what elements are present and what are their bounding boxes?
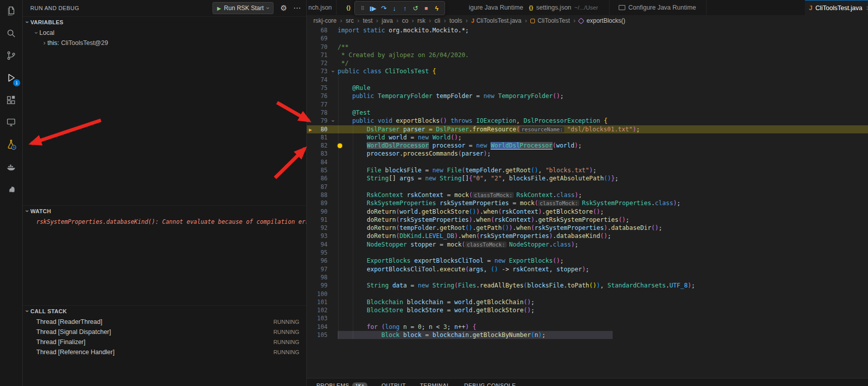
code-line[interactable]: 98 [306, 273, 868, 281]
line-number[interactable]: 89 [314, 199, 329, 207]
call-stack-header[interactable]: › CALL STACK [22, 305, 306, 317]
line-number[interactable]: 94 [314, 240, 329, 249]
code-line[interactable]: 101 Blockchain blockchain = world.getBlo… [306, 298, 868, 306]
fold-icon[interactable]: › [329, 70, 337, 74]
line-number[interactable]: 90 [314, 208, 329, 216]
code-line[interactable]: 87 [306, 183, 868, 191]
variables-scope-local[interactable]: › Local [22, 28, 306, 38]
code-line[interactable]: 93 doReturn(DbKind.LEVEL_DB).when(rskSys… [306, 232, 868, 240]
tab-configure-java-runtime-partial[interactable]: igure Java Runtime [467, 0, 528, 15]
code-line[interactable]: 86 String[] args = new String[]{"0", "2"… [306, 174, 868, 182]
breadcrumb-item[interactable]: tools [449, 17, 462, 24]
search-icon[interactable] [0, 22, 22, 44]
code-line[interactable]: 85 File blocksFile = new File(tempFolder… [306, 166, 868, 174]
line-number[interactable]: 75 [314, 84, 329, 92]
tab-launch-json[interactable]: nch.json [306, 0, 337, 15]
code-line[interactable]: 103 [306, 314, 868, 322]
code-line[interactable]: 90 doReturn(world.getBlockStore()).when(… [306, 208, 868, 216]
hot-code-replace-icon[interactable]: ϟ [431, 5, 442, 12]
code-editor[interactable]: 68import static org.mockito.Mockito.*;69… [306, 26, 868, 378]
breadcrumb-item[interactable]: cli [435, 17, 440, 24]
code-line[interactable]: 68import static org.mockito.Mockito.*; [306, 26, 868, 34]
line-number[interactable]: 71 [314, 51, 329, 59]
gradle-icon[interactable] [0, 178, 22, 200]
continue-icon[interactable]: ▶ [368, 5, 378, 12]
breadcrumb-item[interactable]: co [402, 17, 408, 24]
code-line[interactable]: 105 Block block = blockchain.getBlockByN… [306, 331, 868, 339]
call-stack-thread-row[interactable]: Thread [Signal Dispatcher]RUNNING [22, 327, 306, 337]
drag-handle-icon[interactable]: ⠿ [357, 6, 368, 11]
code-line[interactable]: 79› public void exportBlocks() throws IO… [306, 117, 868, 125]
remote-explorer-icon[interactable] [0, 111, 22, 133]
variable-this-row[interactable]: › this: CliToolsTest@29 [22, 38, 306, 48]
code-line[interactable]: 96 ExportBlocks exportBlocksCliTool = ne… [306, 257, 868, 265]
line-number[interactable]: 73 [314, 67, 329, 75]
code-line[interactable]: 92 doReturn(tempFolder.getRoot().getPath… [306, 224, 868, 232]
restart-icon[interactable]: ↺ [410, 5, 421, 12]
code-line[interactable]: 72 */ [306, 59, 868, 67]
line-number[interactable]: 77 [314, 101, 329, 109]
line-number[interactable]: 96 [314, 257, 329, 265]
watch-header[interactable]: › WATCH [22, 205, 306, 217]
docker-icon[interactable] [0, 156, 22, 178]
code-line[interactable]: 75 @Rule [306, 84, 868, 92]
code-line[interactable]: 71 * Created by ajlopez on 26/04/2020. [306, 51, 868, 59]
line-number[interactable]: 78 [314, 109, 329, 117]
run-config-dropdown[interactable]: ▶ Run RSK Start › [212, 2, 273, 14]
line-number[interactable]: 93 [314, 232, 329, 240]
fold-icon[interactable]: › [329, 119, 337, 123]
code-line[interactable]: 88 RskContext rskContext = mock(classToM… [306, 191, 868, 199]
code-line[interactable]: 91 doReturn(rskSystemProperties).when(rs… [306, 216, 868, 224]
line-number[interactable]: 72 [314, 59, 329, 67]
more-actions-icon[interactable]: ⋯ [293, 4, 301, 13]
breadcrumb-file[interactable]: JCliToolsTest.java [471, 17, 522, 24]
panel-tab-debug-console[interactable]: DEBUG CONSOLE [464, 382, 516, 386]
line-number[interactable]: 70 [314, 43, 329, 51]
variables-header[interactable]: › VARIABLES [22, 16, 306, 28]
line-number[interactable]: 99 [314, 281, 329, 289]
breadcrumb-item[interactable]: src [346, 17, 354, 24]
breadcrumb-item[interactable]: test [363, 17, 372, 24]
call-stack-thread-row[interactable]: Thread [ReaderThread]RUNNING [22, 317, 306, 327]
line-number[interactable]: 97 [314, 265, 329, 273]
code-line[interactable]: 70/** [306, 43, 868, 51]
watch-expression[interactable]: rskSystemProperties.databaseKind(): Cann… [22, 217, 306, 227]
line-number[interactable]: 76 [314, 92, 329, 100]
line-number[interactable]: 84 [314, 158, 329, 166]
code-line[interactable]: ▶80 DslParser parser = DslParser.fromRes… [306, 125, 868, 133]
code-line[interactable]: 84 [306, 158, 868, 166]
tab-settings-json[interactable]: {} settings.json ~/.../User [525, 0, 610, 15]
line-number[interactable]: 81 [314, 133, 329, 141]
code-line[interactable]: 69 [306, 34, 868, 42]
run-and-debug-icon[interactable]: 1 [0, 67, 22, 89]
gear-icon[interactable]: ⚙ [281, 4, 287, 13]
line-number[interactable]: 103 [314, 314, 329, 322]
tab-configure-java-runtime[interactable]: Configure Java Runtime [615, 0, 707, 15]
line-number[interactable]: 104 [314, 323, 329, 331]
step-over-icon[interactable]: ↷ [378, 5, 389, 12]
code-line[interactable]: 95 [306, 249, 868, 257]
step-into-icon[interactable]: ↓ [389, 5, 400, 12]
line-number[interactable]: 101 [314, 298, 329, 306]
line-number[interactable]: 69 [314, 34, 329, 42]
breadcrumb-method[interactable]: exportBlocks() [579, 17, 625, 24]
line-number[interactable]: 102 [314, 306, 329, 314]
call-stack-thread-row[interactable]: Thread [Finalizer]RUNNING [22, 337, 306, 347]
code-line[interactable]: 97 exportBlocksCliTool.execute(args, () … [306, 265, 868, 273]
line-number[interactable]: 105 [314, 331, 329, 339]
code-line[interactable]: 78 @Test [306, 109, 868, 117]
line-number[interactable]: 92 [314, 224, 329, 232]
stop-icon[interactable]: ■ [421, 5, 431, 11]
breadcrumb-item[interactable]: rsk [417, 17, 425, 24]
code-line[interactable]: 94 NodeStopper stopper = mock(classToMoc… [306, 240, 868, 249]
tab-clitoolstest-java[interactable]: J CliToolsTest.java × [805, 0, 868, 15]
code-line[interactable]: 99 String data = new String(Files.readAl… [306, 281, 868, 289]
line-number[interactable]: 80 [314, 125, 329, 133]
code-line[interactable]: 83 processor.processCommands(parser); [306, 150, 868, 158]
line-number[interactable]: 86 [314, 174, 329, 182]
code-line[interactable]: 82 WorldDslProcessor processor = new Wor… [306, 141, 868, 150]
line-number[interactable]: 95 [314, 249, 329, 257]
panel-tab-problems[interactable]: PROBLEMS1K+ [316, 382, 367, 386]
explorer-icon[interactable] [0, 0, 22, 22]
code-line[interactable]: 102 BlockStore blockStore = world.getBlo… [306, 306, 868, 314]
